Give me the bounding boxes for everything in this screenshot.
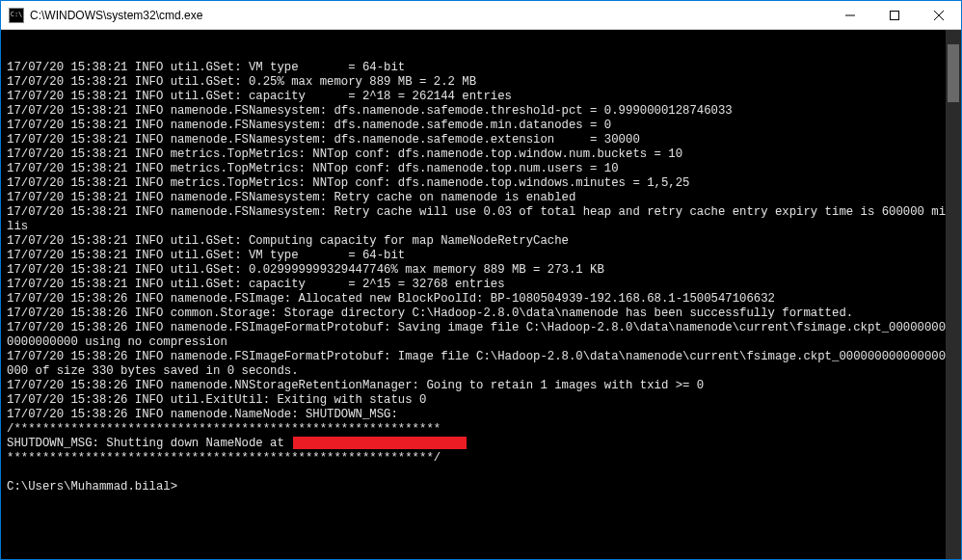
- log-line: 17/07/20 15:38:21 INFO namenode.FSNamesy…: [7, 191, 955, 205]
- log-line: 17/07/20 15:38:21 INFO util.GSet: 0.0299…: [7, 263, 955, 278]
- window-title: C:\WINDOWS\system32\cmd.exe: [30, 9, 828, 22]
- log-line: 17/07/20 15:38:26 INFO namenode.FSImage:…: [7, 292, 955, 307]
- close-button[interactable]: [917, 1, 961, 29]
- log-line: 17/07/20 15:38:21 INFO namenode.FSNamesy…: [7, 133, 955, 147]
- app-icon: C:\: [9, 8, 24, 23]
- scrollbar-track[interactable]: [946, 30, 961, 559]
- scrollbar-thumb[interactable]: [948, 44, 959, 102]
- shutdown-border-top: /***************************************…: [7, 422, 955, 437]
- log-line: 17/07/20 15:38:26 INFO namenode.FSImageF…: [7, 350, 955, 379]
- redacted-hostname: [293, 437, 467, 449]
- blank-line: [7, 466, 955, 480]
- app-icon-label: C:\: [11, 12, 23, 18]
- log-line: 17/07/20 15:38:21 INFO metrics.TopMetric…: [7, 176, 955, 191]
- cmd-window: C:\ C:\WINDOWS\system32\cmd.exe 17/07/20…: [0, 0, 962, 560]
- log-line: 17/07/20 15:38:21 INFO namenode.FSNamesy…: [7, 119, 955, 133]
- shutdown-border-bottom: ****************************************…: [7, 451, 955, 466]
- window-controls: [828, 1, 961, 29]
- log-line: 17/07/20 15:38:21 INFO namenode.FSNamesy…: [7, 205, 955, 234]
- log-line: 17/07/20 15:38:21 INFO util.GSet: capaci…: [7, 278, 955, 292]
- log-line: 17/07/20 15:38:21 INFO namenode.FSNamesy…: [7, 104, 955, 119]
- log-line: 17/07/20 15:38:26 INFO util.ExitUtil: Ex…: [7, 393, 955, 408]
- log-line: 17/07/20 15:38:21 INFO metrics.TopMetric…: [7, 147, 955, 162]
- svg-rect-1: [891, 11, 899, 19]
- log-line: 17/07/20 15:38:26 INFO namenode.NNStorag…: [7, 379, 955, 393]
- command-prompt[interactable]: C:\Users\Muhammad.bilal>: [7, 480, 955, 494]
- shutdown-msg-line: SHUTDOWN_MSG: Shutting down NameNode at: [7, 437, 955, 451]
- log-line: 17/07/20 15:38:21 INFO metrics.TopMetric…: [7, 162, 955, 176]
- shutdown-msg-text: SHUTDOWN_MSG: Shutting down NameNode at: [7, 437, 291, 450]
- log-line: 17/07/20 15:38:21 INFO util.GSet: Comput…: [7, 234, 955, 249]
- minimize-button[interactable]: [828, 1, 872, 29]
- log-line: 17/07/20 15:38:21 INFO util.GSet: 0.25% …: [7, 75, 955, 90]
- scrollbar[interactable]: [946, 30, 961, 559]
- terminal-output[interactable]: 17/07/20 15:38:21 INFO util.GSet: VM typ…: [1, 30, 961, 559]
- close-icon: [934, 11, 944, 20]
- minimize-icon: [845, 11, 855, 20]
- maximize-icon: [890, 11, 899, 20]
- log-line: 17/07/20 15:38:26 INFO namenode.FSImageF…: [7, 321, 955, 350]
- log-line: 17/07/20 15:38:21 INFO util.GSet: VM typ…: [7, 249, 955, 263]
- log-line: 17/07/20 15:38:26 INFO namenode.NameNode…: [7, 408, 955, 422]
- maximize-button[interactable]: [872, 1, 917, 29]
- log-line: 17/07/20 15:38:21 INFO util.GSet: VM typ…: [7, 61, 955, 75]
- log-line: 17/07/20 15:38:26 INFO common.Storage: S…: [7, 307, 955, 321]
- titlebar[interactable]: C:\ C:\WINDOWS\system32\cmd.exe: [1, 1, 961, 30]
- log-line: 17/07/20 15:38:21 INFO util.GSet: capaci…: [7, 90, 955, 104]
